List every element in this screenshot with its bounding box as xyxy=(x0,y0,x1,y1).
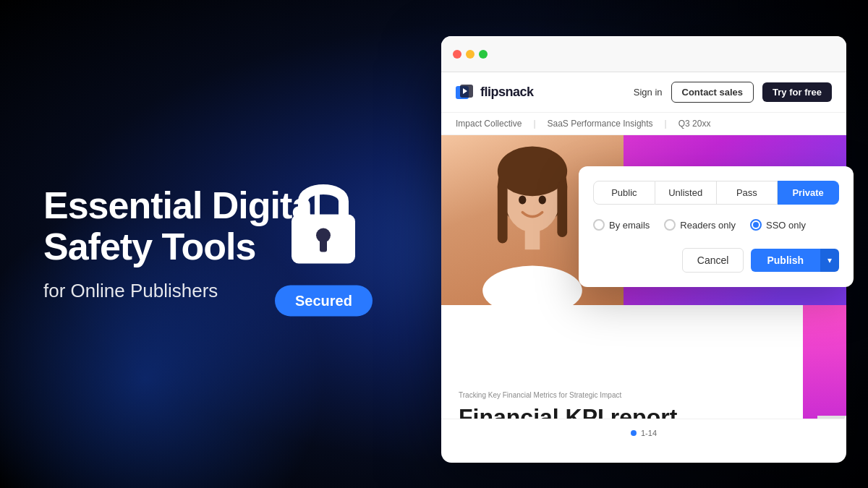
tab-public[interactable]: Public xyxy=(593,181,655,205)
flipsnack-logo-icon xyxy=(456,85,476,100)
book-page-indicator: 1-14 xyxy=(631,429,657,437)
page-dot xyxy=(631,430,637,436)
flipsnack-logo-text: flipsnack xyxy=(480,85,534,100)
radio-circle-emails xyxy=(593,219,605,231)
svg-point-12 xyxy=(519,195,526,204)
try-free-button[interactable]: Try for free xyxy=(762,82,832,102)
breadcrumb-sep-2: | xyxy=(665,119,667,129)
dot-green[interactable] xyxy=(479,50,488,59)
browser-dots xyxy=(453,50,488,59)
radio-circle-readers xyxy=(664,219,676,231)
svg-point-10 xyxy=(482,265,582,305)
secured-badge: Secured xyxy=(275,285,373,316)
tab-pass[interactable]: Pass xyxy=(717,181,778,205)
svg-rect-11 xyxy=(525,225,540,249)
svg-rect-2 xyxy=(320,239,327,252)
dot-yellow[interactable] xyxy=(466,50,475,59)
publish-dropdown-arrow[interactable]: ▾ xyxy=(820,249,839,272)
publish-button[interactable]: Publish xyxy=(751,249,820,272)
page-number: 1-14 xyxy=(641,429,657,437)
flipsnack-header: flipsnack Sign in Contact sales Try for … xyxy=(441,72,846,113)
sign-in-link[interactable]: Sign in xyxy=(634,87,663,98)
radio-circle-sso xyxy=(750,219,762,231)
breadcrumb-item-2[interactable]: SaaS Performance Insights xyxy=(548,119,653,129)
radio-sso-only[interactable]: SSO only xyxy=(750,219,806,231)
radio-readers-only[interactable]: Readers only xyxy=(664,219,736,231)
lock-icon xyxy=(280,172,367,273)
flipsnack-logo: flipsnack xyxy=(456,85,534,100)
breadcrumb-sep-1: | xyxy=(533,119,535,129)
radio-group: By emails Readers only SSO only xyxy=(593,216,839,234)
header-nav: Sign in Contact sales Try for free xyxy=(634,82,832,103)
breadcrumb-item-3[interactable]: Q3 20xx xyxy=(678,119,711,129)
svg-point-13 xyxy=(539,195,546,204)
breadcrumb: Impact Collective | SaaS Performance Ins… xyxy=(441,113,846,135)
book-subtitle: Tracking Key Financial Metrics for Strat… xyxy=(459,391,829,399)
svg-point-7 xyxy=(498,146,567,196)
browser-bar xyxy=(441,36,846,72)
visibility-tabs: Public Unlisted Pass Private xyxy=(593,181,839,205)
tab-unlisted[interactable]: Unlisted xyxy=(655,181,717,205)
cancel-button[interactable]: Cancel xyxy=(682,248,744,273)
page-indicator-bar: 1-14 xyxy=(441,419,846,445)
radio-label-readers: Readers only xyxy=(680,220,736,231)
contact-sales-button[interactable]: Contact sales xyxy=(671,82,754,103)
svg-rect-9 xyxy=(557,181,567,236)
publish-dialog: Public Unlisted Pass Private By emails R… xyxy=(579,166,854,287)
radio-label-emails: By emails xyxy=(609,220,650,231)
publish-button-group: Publish ▾ xyxy=(751,249,839,272)
lock-container: Secured xyxy=(275,172,373,316)
radio-by-emails[interactable]: By emails xyxy=(593,219,650,231)
svg-rect-8 xyxy=(498,181,508,243)
radio-label-sso: SSO only xyxy=(766,220,806,231)
tab-private[interactable]: Private xyxy=(778,181,839,205)
dot-red[interactable] xyxy=(453,50,461,59)
breadcrumb-item-1[interactable]: Impact Collective xyxy=(456,119,522,129)
dialog-actions: Cancel Publish ▾ xyxy=(593,248,839,273)
